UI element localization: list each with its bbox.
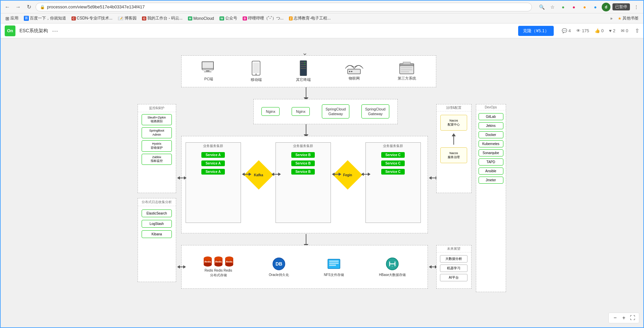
zoom-in-button[interactable]: + xyxy=(620,314,628,322)
device-iot: 物联网 xyxy=(345,62,363,81)
devops-items: GitLab Jekins Docker Kubernetes Sonarqub… xyxy=(476,110,506,186)
svg-rect-9 xyxy=(301,64,306,65)
devops-box: DevOps GitLab Jekins Docker Kubernetes S… xyxy=(476,104,506,292)
fullscreen-button[interactable]: ⛶ xyxy=(629,314,636,322)
heart-count: ♥ 2 xyxy=(609,28,615,33)
user-avatar[interactable]: d xyxy=(602,3,610,11)
other-bookmarks[interactable]: ★ 其他书签 xyxy=(616,14,641,22)
cluster1-services: Service A Service A Service A xyxy=(186,149,241,177)
log-box: 分布式日志收集分析 ElasticSearch LogStash Kibana xyxy=(138,198,176,282)
back-button[interactable]: ← xyxy=(3,3,11,11)
extension3-icon[interactable]: ● xyxy=(580,3,589,11)
svg-text:DB: DB xyxy=(276,261,282,267)
devices-box: PC端 移动端 xyxy=(181,55,436,87)
nginx2-box: Nginx xyxy=(292,107,310,116)
canvas-area[interactable]: ⌄ PC端 xyxy=(1,38,643,327)
governance-arrow xyxy=(452,133,456,145)
redis1-icon: Redis xyxy=(203,256,212,267)
governance-title: 治理&配置 xyxy=(437,104,471,111)
cluster1-box: 业务服务集群 Service A Service A Service A xyxy=(186,142,241,223)
paused-button[interactable]: 已暂停 xyxy=(612,3,630,10)
future-items: 大数据分析 机器学习 AI平台 xyxy=(437,252,471,284)
hystrix-box: Hystrix容错保护 xyxy=(142,140,172,151)
redis-label: Redis Redis Redis xyxy=(205,269,232,272)
bookmark-apps[interactable]: ⊞ 应用 xyxy=(3,14,20,22)
svg-point-6 xyxy=(255,74,257,75)
kubernetes-box: Kubernetes xyxy=(479,140,503,147)
share-button[interactable]: ⇧ xyxy=(635,28,639,34)
extension2-icon[interactable]: ● xyxy=(569,3,578,11)
cluster3-title: 业务服务集群 xyxy=(366,143,420,149)
svg-point-13 xyxy=(304,64,305,64)
clone-button[interactable]: 克隆（¥5.1） xyxy=(518,26,553,36)
extension4-icon[interactable]: ● xyxy=(591,3,600,11)
jmeter-box: Jmeter xyxy=(479,177,503,184)
bookmark-cnblogs[interactable]: 📝 博客园 xyxy=(116,14,139,22)
thirdparty-icon xyxy=(399,62,414,75)
svg-rect-42 xyxy=(329,263,339,264)
svg-point-12 xyxy=(304,62,305,62)
address-bar[interactable]: 🔒 processon.com/view/5d9be517e4b03347e13… xyxy=(36,3,532,11)
monitoring-items: Sleuth+Zipkin链路跟踪 SpringBootAdmin Hystri… xyxy=(138,112,176,167)
toolbar-icons: 🔍 ☆ ● ● ● ● d 已暂停 ⋮ xyxy=(537,3,641,11)
forward-button[interactable]: → xyxy=(14,3,22,11)
search-icon[interactable]: 🔍 xyxy=(537,3,546,11)
bookmark-baidu[interactable]: 百 百度一下，你就知道 xyxy=(22,14,68,22)
hbase-label: HBase大数据存储 xyxy=(379,273,406,277)
jekins-box: Jekins xyxy=(479,122,503,129)
bookmark-csdn[interactable]: C CSDN-专业IT技术... xyxy=(69,14,114,22)
bookmark-monocloud[interactable]: M MonoCloud xyxy=(186,15,216,22)
browser-titlebar: ← → ↻ 🔒 processon.com/view/5d9be517e4b03… xyxy=(1,1,643,13)
service-a1: Service A xyxy=(201,152,225,158)
svg-rect-3 xyxy=(204,72,211,72)
logstash-box: LogStash xyxy=(142,220,172,228)
view-count: 👁 175 xyxy=(576,28,589,33)
governance-box: 治理&配置 Nacos配置中心 Nacos服务治理 xyxy=(436,104,472,193)
svg-rect-10 xyxy=(301,66,306,67)
service-a3: Service A xyxy=(201,169,225,175)
svg-rect-5 xyxy=(253,62,259,73)
nfs-label: NFS文件存储 xyxy=(324,273,344,277)
bookmark-gitee[interactable]: G 我的工作台 - 码云... xyxy=(140,14,185,22)
nacos-service-box: Nacos服务治理 xyxy=(440,147,467,163)
devops-title: DevOps xyxy=(476,104,506,110)
like-count: 👍 0 xyxy=(595,28,604,33)
doc-menu-button[interactable]: ⋯ xyxy=(52,27,58,35)
elasticsearch-box: ElasticSearch xyxy=(142,209,172,217)
oracle-item: DB Oracle持久化 xyxy=(269,256,289,277)
cluster2-box: 业务服务集群 Service B Service B Service B xyxy=(276,142,331,223)
mobile-icon xyxy=(251,60,261,76)
on-logo: On xyxy=(5,26,15,36)
redis-icons: Redis Redis xyxy=(203,256,234,267)
zoom-out-button[interactable]: − xyxy=(611,314,619,322)
message-count: ✉ 0 xyxy=(621,28,628,33)
more-bookmarks[interactable]: » xyxy=(608,15,614,22)
redis-sublabel: 分布式存储 xyxy=(210,273,227,278)
svg-point-16 xyxy=(351,71,352,72)
browser-frame: ← → ↻ 🔒 processon.com/view/5d9be517e4b03… xyxy=(0,0,644,328)
gateway2-box: SpringCloud Gateway xyxy=(361,104,389,119)
reload-button[interactable]: ↻ xyxy=(25,3,33,11)
extension1-icon[interactable]: ● xyxy=(559,3,567,11)
device-server: 其它终端 xyxy=(296,60,311,82)
ai-box: AI平台 xyxy=(440,274,467,281)
device-thirdparty: 第三方系统 xyxy=(398,62,416,81)
menu-icon[interactable]: ⋮ xyxy=(632,3,641,11)
svg-rect-1 xyxy=(202,62,213,68)
oracle-icon: DB xyxy=(271,256,286,271)
svg-point-35 xyxy=(225,263,233,267)
gitlab-box: GitLab xyxy=(479,113,503,120)
diagram: ⌄ PC端 xyxy=(138,55,507,311)
tapd-box: TAPD xyxy=(479,158,503,166)
bookmark-bilibili[interactable]: B 哔哩哔哩（˚-˚）つ... xyxy=(241,14,286,22)
iot-icon xyxy=(345,62,363,75)
service-b1: Service B xyxy=(291,152,315,158)
bookmark-icon[interactable]: ☆ xyxy=(548,3,557,11)
governance-items: Nacos配置中心 Nacos服务治理 xyxy=(437,111,471,167)
bookmark-zhibo[interactable]: Z 志博教育-电子工程... xyxy=(287,14,333,22)
services-main-box: 业务服务集群 Service A Service A Service A Kaf… xyxy=(181,136,428,233)
future-box: 未来展望 大数据分析 机器学习 AI平台 xyxy=(436,245,472,289)
cluster2-title: 业务服务集群 xyxy=(276,143,331,149)
url-text: processon.com/view/5d9be517e4b03347e134f… xyxy=(47,4,528,9)
bookmark-wechat[interactable]: W 公众号 xyxy=(217,14,240,22)
